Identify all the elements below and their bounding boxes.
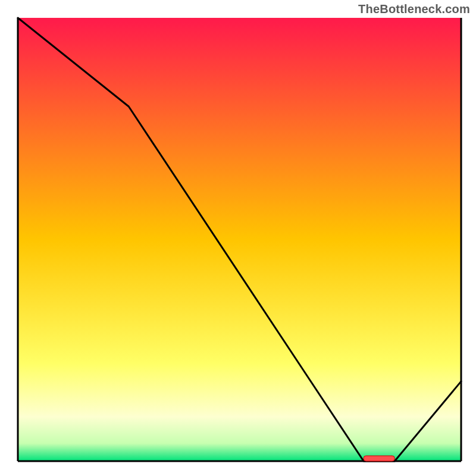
- bottleneck-chart: [0, 0, 476, 476]
- optimum-marker: [364, 456, 394, 461]
- plot-background: [18, 18, 461, 461]
- chart-stage: TheBottleneck.com: [0, 0, 476, 476]
